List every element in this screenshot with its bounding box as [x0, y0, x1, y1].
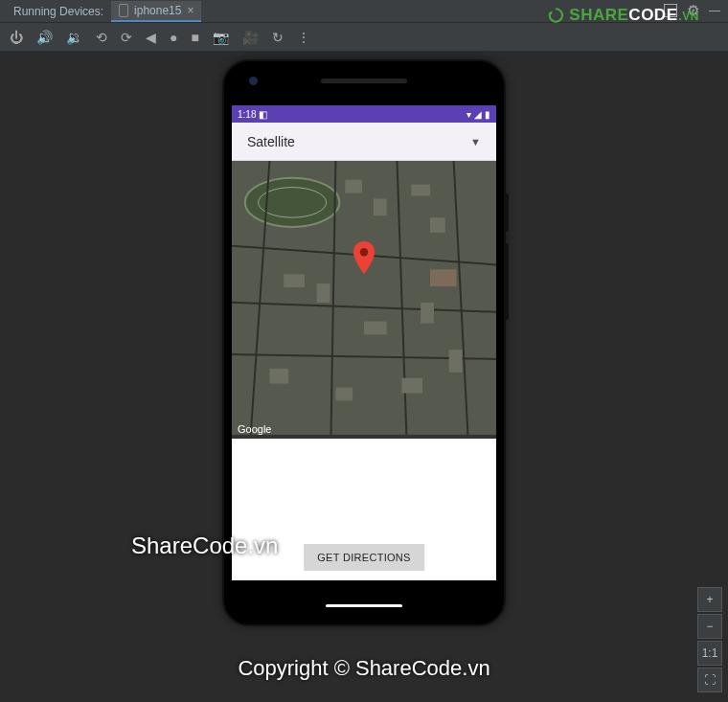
signal-icon: ◢: [474, 109, 482, 120]
stop-square-icon[interactable]: ■: [191, 30, 198, 45]
minimize-icon[interactable]: —: [709, 4, 720, 17]
svg-rect-21: [401, 378, 422, 394]
logo-swirl-icon: [546, 6, 565, 25]
power-icon[interactable]: ⏻: [10, 30, 23, 45]
device-icon: [119, 4, 128, 17]
zoom-in-button[interactable]: +: [697, 587, 722, 612]
svg-rect-19: [269, 369, 288, 384]
zoom-out-button[interactable]: −: [697, 614, 722, 639]
close-tab-icon[interactable]: ×: [187, 4, 193, 17]
svg-point-24: [360, 248, 369, 257]
emulator-viewport: 1:18 ◧ ▾ ◢ ▮ Satellite ▼: [0, 52, 728, 702]
watermark-sharecode: ShareCode.vn: [131, 532, 278, 559]
phone-side-button-1: [505, 193, 509, 232]
running-devices-label: Running Devices:: [6, 5, 111, 18]
logo-vn: .VN: [678, 10, 699, 23]
svg-rect-16: [317, 283, 330, 303]
map-pin-icon[interactable]: [352, 241, 376, 278]
map-view[interactable]: Google: [232, 161, 496, 439]
android-status-bar: 1:18 ◧ ▾ ◢ ▮: [232, 105, 496, 123]
svg-rect-15: [284, 274, 305, 287]
map-type-label: Satellite: [247, 134, 295, 149]
svg-point-2: [245, 178, 340, 227]
map-attribution: Google: [238, 423, 271, 435]
camera-icon[interactable]: 📷: [213, 30, 229, 45]
watermark-copyright: Copyright © ShareCode.vn: [238, 656, 489, 681]
ide-zoom-controls: + − 1:1 ⛶: [697, 587, 722, 692]
emulator-toolbar: ⏻ 🔊 🔉 ⟲ ⟳ ◀ ● ■ 📷 🎥 ↻ ⋮: [0, 23, 728, 52]
record-dot-icon[interactable]: ●: [170, 30, 177, 45]
svg-rect-22: [449, 350, 463, 373]
volume-down-icon[interactable]: 🔉: [66, 30, 82, 45]
rotate-left-icon[interactable]: ⟲: [96, 30, 107, 45]
android-nav-handle[interactable]: [326, 604, 402, 607]
more-icon[interactable]: ⋮: [297, 30, 310, 45]
fullscreen-button[interactable]: ⛶: [697, 668, 722, 692]
map-type-dropdown[interactable]: Satellite ▼: [232, 123, 496, 161]
back-icon[interactable]: ◀: [146, 30, 156, 45]
zoom-1to1-button[interactable]: 1:1: [697, 641, 722, 666]
dropdown-caret-icon: ▼: [470, 136, 481, 147]
device-tab-label: iphone15: [134, 4, 181, 17]
refresh-icon[interactable]: ↻: [272, 30, 284, 45]
get-directions-button[interactable]: GET DIRECTIONS: [304, 544, 424, 571]
rotate-right-icon[interactable]: ⟳: [121, 30, 132, 45]
volume-up-icon[interactable]: 🔊: [36, 30, 53, 45]
phone-side-button-2: [505, 243, 509, 320]
svg-rect-14: [430, 217, 445, 233]
phone-speaker: [321, 79, 407, 83]
svg-rect-18: [421, 303, 434, 324]
svg-rect-11: [345, 180, 362, 193]
svg-rect-23: [430, 269, 457, 286]
svg-rect-20: [335, 388, 353, 401]
satellite-imagery: [232, 161, 496, 435]
phone-front-camera: [249, 77, 258, 85]
battery-icon: ▮: [485, 109, 490, 120]
video-icon[interactable]: 🎥: [242, 30, 259, 45]
phone-screen: 1:18 ◧ ▾ ◢ ▮ Satellite ▼: [232, 105, 496, 580]
svg-rect-17: [364, 322, 387, 335]
wifi-icon: ▾: [466, 109, 471, 120]
device-tab-iphone15[interactable]: iphone15 ×: [111, 1, 201, 22]
logo-share: SHARE: [569, 6, 628, 24]
svg-rect-12: [374, 198, 387, 215]
status-time: 1:18 ◧: [238, 109, 267, 120]
svg-rect-13: [411, 185, 430, 196]
sharecode-logo: SHARECODE.VN: [546, 6, 699, 25]
logo-code: CODE: [628, 6, 677, 24]
